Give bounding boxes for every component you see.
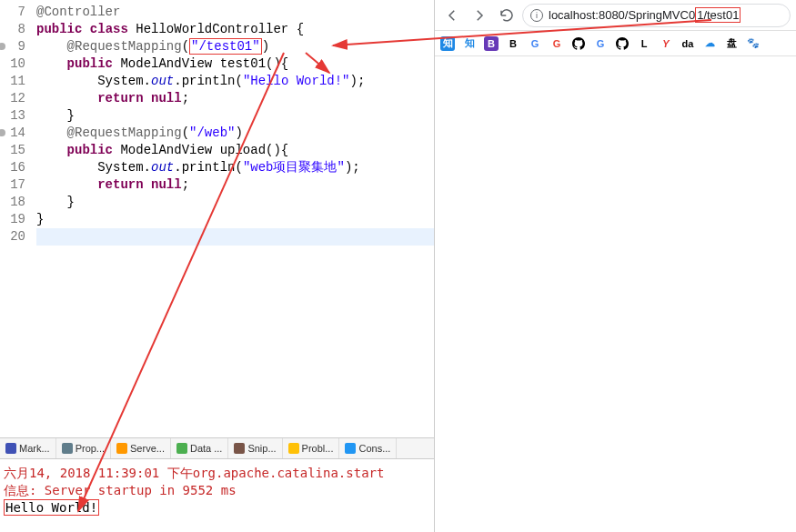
bookmark-item[interactable]: Y <box>659 36 673 51</box>
bookmark-icon: ☁ <box>702 36 717 51</box>
bookmark-item[interactable]: 知 <box>440 36 455 51</box>
bookmark-item[interactable]: G <box>528 36 542 51</box>
line-number-gutter: 7891011121314151617181920 <box>0 0 31 437</box>
bookmark-item[interactable]: G <box>549 36 564 51</box>
console-log-line: 信息: Server startup in 9552 ms <box>4 482 430 499</box>
bookmark-icon: L <box>637 36 651 51</box>
code-editor[interactable]: 7891011121314151617181920 @Controllerpub… <box>0 0 434 437</box>
tab-label: Cons... <box>358 443 390 454</box>
browser-toolbar: i localhost:8080/SpringMVC01/test01 <box>435 0 796 31</box>
bookmark-icon: B <box>484 36 499 51</box>
code-area[interactable]: @Controllerpublic class HelloWorldContro… <box>31 0 434 437</box>
bookmark-item[interactable]: da <box>680 36 695 51</box>
bookmark-icon: B <box>506 36 520 51</box>
bookmark-icon: da <box>680 36 695 51</box>
bookmarks-bar: 知知BBGGGLYda☁盘🐾 <box>435 31 796 56</box>
bookmark-icon <box>571 36 586 51</box>
view-tab[interactable]: Mark... <box>0 438 56 458</box>
reload-icon <box>499 7 515 24</box>
address-bar[interactable]: i localhost:8080/SpringMVC01/test01 <box>522 4 791 27</box>
bookmark-icon: G <box>549 36 564 51</box>
bookmark-icon: 知 <box>440 36 455 51</box>
browser-viewport[interactable] <box>435 56 796 532</box>
tab-label: Prop... <box>76 443 105 454</box>
tab-label: Serve... <box>130 443 165 454</box>
bookmark-item[interactable]: B <box>484 36 499 51</box>
bookmark-item[interactable]: 🐾 <box>746 36 761 51</box>
view-tab[interactable]: Data ... <box>171 438 228 458</box>
view-tab[interactable]: Cons... <box>339 438 397 458</box>
view-tab[interactable]: Snip... <box>228 438 282 458</box>
tab-icon <box>234 443 245 454</box>
bookmark-item[interactable]: ☁ <box>702 36 717 51</box>
console-log-line: 六月14, 2018 11:39:01 下午org.apache.catalin… <box>4 465 430 482</box>
view-tab[interactable]: Prop... <box>56 438 111 458</box>
view-tab[interactable]: Serve... <box>111 438 171 458</box>
browser-pane: i localhost:8080/SpringMVC01/test01 知知BB… <box>435 0 796 532</box>
bottom-view-tabs: Mark...Prop...Serve...Data ...Snip...Pro… <box>0 437 434 459</box>
tab-label: Mark... <box>19 443 50 454</box>
bookmark-item[interactable]: B <box>506 36 520 51</box>
bookmark-item[interactable] <box>615 36 630 51</box>
bookmark-item[interactable]: G <box>593 36 608 51</box>
url-text: localhost:8080/SpringMVC01/test01 <box>549 8 741 22</box>
tab-icon <box>345 443 356 454</box>
bookmark-icon: G <box>593 36 608 51</box>
tab-icon <box>5 443 16 454</box>
bookmark-item[interactable]: 知 <box>462 36 477 51</box>
arrow-right-icon <box>471 7 488 24</box>
bookmark-icon: 知 <box>462 36 477 51</box>
bookmark-icon: 🐾 <box>746 36 761 51</box>
back-button[interactable] <box>440 4 464 27</box>
tab-icon <box>176 443 187 454</box>
reload-button[interactable] <box>495 4 519 27</box>
arrow-left-icon <box>444 7 460 24</box>
view-tab[interactable]: Probl... <box>283 438 340 458</box>
forward-button[interactable] <box>468 4 491 27</box>
ide-pane: 7891011121314151617181920 @Controllerpub… <box>0 0 435 532</box>
bookmark-icon: G <box>528 36 542 51</box>
bookmark-icon <box>615 36 630 51</box>
bookmark-icon: Y <box>659 36 673 51</box>
tab-icon <box>62 443 73 454</box>
tab-icon <box>288 443 299 454</box>
tab-icon <box>116 443 127 454</box>
tab-label: Snip... <box>247 443 276 454</box>
console-output-line: Hello World! <box>4 499 430 517</box>
tab-label: Probl... <box>302 443 334 454</box>
bookmark-item[interactable]: L <box>637 36 651 51</box>
tab-label: Data ... <box>190 443 222 454</box>
console-panel[interactable]: 六月14, 2018 11:39:01 下午org.apache.catalin… <box>0 459 434 532</box>
bookmark-item[interactable]: 盘 <box>724 36 739 51</box>
info-icon: i <box>530 9 543 22</box>
bookmark-item[interactable] <box>571 36 586 51</box>
bookmark-icon: 盘 <box>724 36 739 51</box>
